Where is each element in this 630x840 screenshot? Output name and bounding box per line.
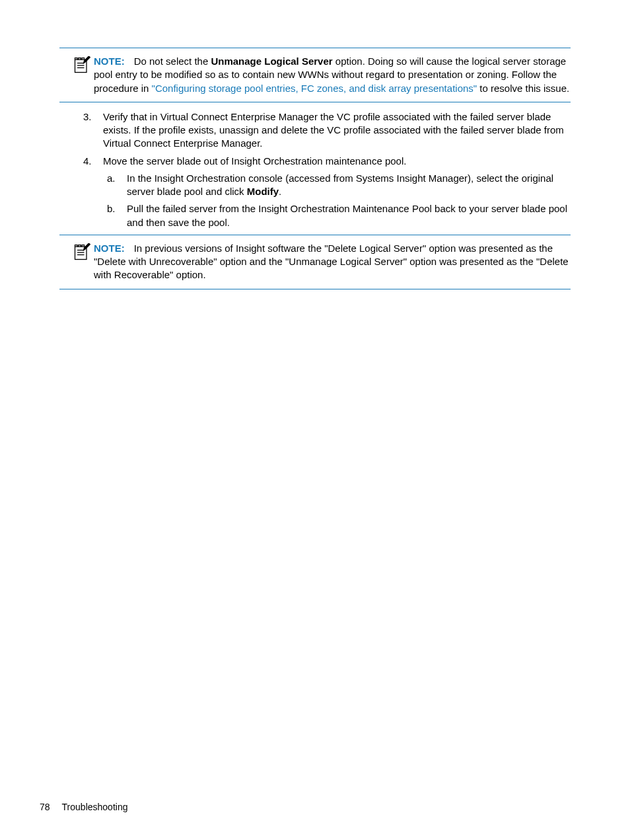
note-1-text: NOTE:Do not select the Unmanage Logical … xyxy=(94,55,571,95)
list-item-3: 3. Verify that in Virtual Connect Enterp… xyxy=(103,110,571,151)
main-ordered-list: 3. Verify that in Virtual Connect Enterp… xyxy=(59,110,571,229)
sub-list: a. In the Insight Orchestration console … xyxy=(103,172,571,229)
page-number: 78 xyxy=(40,802,50,812)
section-title: Troubleshooting xyxy=(62,802,128,812)
note-icon xyxy=(59,242,94,265)
note-2-text: NOTE:In previous versions of Insight sof… xyxy=(94,242,571,282)
list-item-4: 4. Move the server blade out of Insight … xyxy=(103,155,571,229)
sub-item-a: a. In the Insight Orchestration console … xyxy=(127,172,571,199)
note-icon xyxy=(59,55,94,78)
config-link[interactable]: "Configuring storage pool entries, FC zo… xyxy=(152,83,477,94)
note-block-1: NOTE:Do not select the Unmanage Logical … xyxy=(59,48,571,102)
note-block-2: NOTE:In previous versions of Insight sof… xyxy=(59,235,571,289)
note-label: NOTE: xyxy=(94,56,125,67)
note-label: NOTE: xyxy=(94,243,125,254)
page-footer: 78Troubleshooting xyxy=(40,801,127,814)
sub-item-b: b. Pull the failed server from the Insig… xyxy=(127,202,571,229)
